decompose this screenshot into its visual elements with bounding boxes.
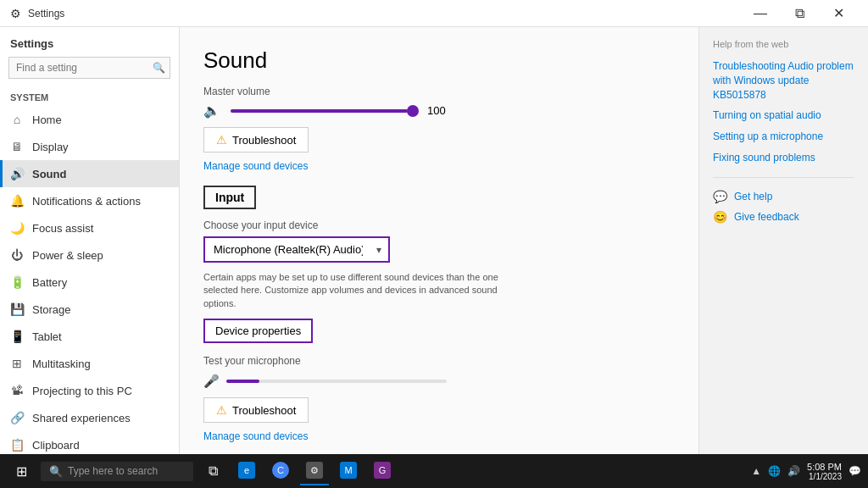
get-help-row[interactable]: 💬 Get help xyxy=(713,190,854,203)
task-view-button[interactable]: ⧉ xyxy=(198,457,227,485)
mic-row: 🎤 xyxy=(203,374,675,389)
notifications-icon: 🔔 xyxy=(10,194,24,208)
mic-icon: 🎤 xyxy=(203,374,220,389)
sidebar-item-label: Notifications & actions xyxy=(32,195,141,208)
taskbar-app-edge[interactable]: e xyxy=(232,457,261,485)
taskbar-app-chrome[interactable]: C xyxy=(266,457,295,485)
input-device-dropdown[interactable]: Microphone (Realtek(R) Audio) xyxy=(205,238,388,261)
titlebar: ⚙ Settings — ⧉ ✕ xyxy=(0,0,868,27)
volume-row: 🔈 100 xyxy=(203,103,675,119)
sidebar: Settings 🔍 System ⌂ Home 🖥 Display 🔊 Sou… xyxy=(0,27,180,454)
sidebar-item-label: Battery xyxy=(32,276,67,289)
right-link-spatial-audio[interactable]: Turning on spatial audio xyxy=(713,108,854,123)
settings-icon: ⚙ xyxy=(10,7,21,20)
close-button[interactable]: ✕ xyxy=(819,0,858,27)
start-button[interactable]: ⊞ xyxy=(7,457,36,485)
sidebar-item-label: Clipboard xyxy=(32,439,80,452)
volume-slider[interactable] xyxy=(231,109,417,113)
choose-input-label: Choose your input device xyxy=(203,219,675,231)
manage-devices-link[interactable]: Manage sound devices xyxy=(203,160,308,172)
troubleshoot2-label: Troubleshoot xyxy=(232,404,296,417)
sidebar-item-sound[interactable]: 🔊 Sound xyxy=(0,160,179,187)
right-link-troubleshoot-audio[interactable]: Troubleshooting Audio problem with Windo… xyxy=(713,59,854,102)
maximize-button[interactable]: ⧉ xyxy=(780,0,819,27)
home-icon: ⌂ xyxy=(10,113,24,126)
volume-slider-fill xyxy=(231,109,408,113)
sidebar-item-notifications[interactable]: 🔔 Notifications & actions xyxy=(0,187,179,214)
input-info-text: Certain apps may be set up to use differ… xyxy=(203,271,509,310)
give-feedback-icon: 😊 xyxy=(713,210,727,224)
sidebar-item-label: Multitasking xyxy=(32,358,91,370)
sidebar-item-label: Focus assist xyxy=(32,222,93,235)
volume-slider-thumb[interactable] xyxy=(407,105,419,117)
taskbar-time[interactable]: 5:08 PM 1/1/2023 xyxy=(807,462,842,481)
sidebar-item-label: Display xyxy=(32,141,69,153)
extra-icon: G xyxy=(374,462,391,479)
mic-bar-track xyxy=(226,380,447,383)
get-help-icon: 💬 xyxy=(713,190,727,203)
sidebar-header: Settings xyxy=(0,27,179,57)
storage-icon: 💾 xyxy=(10,302,24,316)
sidebar-item-home[interactable]: ⌂ Home xyxy=(0,106,179,133)
clock-time: 5:08 PM xyxy=(807,462,842,472)
notification-icon[interactable]: 💬 xyxy=(849,465,861,477)
device-properties-button[interactable]: Device properties xyxy=(203,319,313,343)
taskbar-search[interactable]: 🔍 Type here to search xyxy=(41,462,193,481)
sidebar-item-clipboard[interactable]: 📋 Clipboard xyxy=(0,431,179,454)
edge-icon: e xyxy=(238,462,255,479)
shared-icon: 🔗 xyxy=(10,411,24,424)
master-volume-label: Master volume xyxy=(203,86,675,97)
titlebar-title: Settings xyxy=(28,8,64,19)
sidebar-item-battery[interactable]: 🔋 Battery xyxy=(0,269,179,296)
sidebar-search-wrapper: 🔍 xyxy=(8,57,170,79)
sidebar-item-display[interactable]: 🖥 Display xyxy=(0,133,179,160)
volume-taskbar-icon[interactable]: 🔊 xyxy=(787,465,800,477)
sidebar-item-tablet[interactable]: 📱 Tablet xyxy=(0,323,179,350)
warning-icon: ⚠ xyxy=(216,133,227,147)
up-arrow-icon[interactable]: ▲ xyxy=(751,465,761,477)
power-icon: ⏻ xyxy=(10,248,24,262)
taskbar-app-store[interactable]: M xyxy=(334,457,363,485)
give-feedback-label[interactable]: Give feedback xyxy=(734,211,799,223)
settings-taskbar-icon: ⚙ xyxy=(306,462,323,479)
sidebar-item-power[interactable]: ⏻ Power & sleep xyxy=(0,241,179,269)
sidebar-section-label: System xyxy=(0,87,179,106)
minimize-button[interactable]: — xyxy=(741,0,780,27)
give-feedback-row[interactable]: 😊 Give feedback xyxy=(713,210,854,224)
search-input[interactable] xyxy=(8,57,170,79)
multitasking-icon: ⊞ xyxy=(10,357,24,370)
taskbar-left: ⊞ 🔍 Type here to search ⧉ e C ⚙ M G xyxy=(7,457,397,485)
sidebar-item-storage[interactable]: 💾 Storage xyxy=(0,296,179,323)
right-link-fix-sound[interactable]: Fixing sound problems xyxy=(713,151,854,165)
battery-icon: 🔋 xyxy=(10,275,24,289)
troubleshoot-button[interactable]: ⚠ Troubleshoot xyxy=(203,127,309,152)
input-device-dropdown-wrapper: Microphone (Realtek(R) Audio) ▾ xyxy=(203,236,390,263)
clipboard-icon: 📋 xyxy=(10,438,24,452)
test-mic-label: Test your microphone xyxy=(203,355,675,367)
device-properties-label: Device properties xyxy=(215,324,301,337)
taskbar-app-settings[interactable]: ⚙ xyxy=(300,457,329,485)
taskbar: ⊞ 🔍 Type here to search ⧉ e C ⚙ M G ▲ 🌐 … xyxy=(0,454,868,488)
network-icon[interactable]: 🌐 xyxy=(768,465,781,477)
page-title: Sound xyxy=(203,47,675,74)
sidebar-item-projecting[interactable]: 📽 Projecting to this PC xyxy=(0,377,179,404)
volume-icon: 🔈 xyxy=(203,103,220,119)
troubleshoot-label: Troubleshoot xyxy=(232,134,296,147)
troubleshoot2-button[interactable]: ⚠ Troubleshoot xyxy=(203,397,309,423)
tablet-icon: 📱 xyxy=(10,330,24,343)
app-body: Settings 🔍 System ⌂ Home 🖥 Display 🔊 Sou… xyxy=(0,27,868,454)
sidebar-item-multitasking[interactable]: ⊞ Multitasking xyxy=(0,350,179,377)
sidebar-item-label: Home xyxy=(32,114,62,126)
right-link-setup-mic[interactable]: Setting up a microphone xyxy=(713,130,854,144)
sidebar-item-shared[interactable]: 🔗 Shared experiences xyxy=(0,404,179,431)
right-divider xyxy=(713,177,854,178)
sidebar-item-label: Power & sleep xyxy=(32,249,103,262)
help-header: Help from the web xyxy=(713,39,854,49)
sidebar-item-focus[interactable]: 🌙 Focus assist xyxy=(0,214,179,241)
search-icon: 🔍 xyxy=(153,62,165,74)
get-help-label[interactable]: Get help xyxy=(734,191,772,202)
taskbar-app-extra[interactable]: G xyxy=(368,457,397,485)
sidebar-item-label: Sound xyxy=(32,168,66,180)
manage-devices2-link[interactable]: Manage sound devices xyxy=(203,430,308,442)
input-section-label: Input xyxy=(203,186,256,209)
